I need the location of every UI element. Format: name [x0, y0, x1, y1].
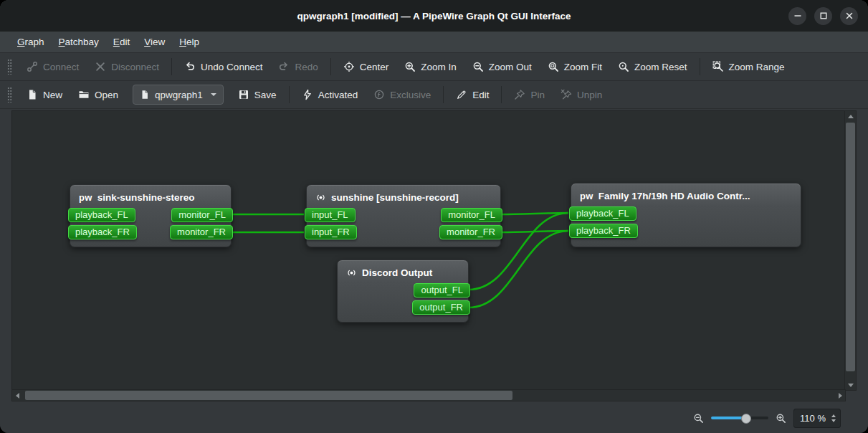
- node-sunshine[interactable]: sunshine [sunshine-record] input_FL inpu…: [306, 184, 501, 247]
- redo-button[interactable]: Redo: [271, 56, 325, 77]
- port-monitor-fr[interactable]: monitor_FR: [170, 225, 233, 239]
- center-icon: [343, 61, 355, 72]
- scroll-up-button[interactable]: [845, 111, 856, 121]
- vertical-scroll-track[interactable]: [845, 121, 856, 380]
- zoom-slider[interactable]: [711, 412, 768, 424]
- pipewire-icon: pw: [580, 190, 593, 202]
- toolbar-separator: [443, 86, 444, 103]
- toolbar-separator: [700, 58, 700, 75]
- connection-sunshine-monitor-fr-to-family-playback-fr[interactable]: [501, 231, 568, 232]
- node-discord-output[interactable]: Discord Output output_FL output_FR: [337, 260, 469, 323]
- menu-edit[interactable]: Edit: [106, 34, 137, 50]
- port-playback-fl[interactable]: playback_FL: [68, 208, 135, 222]
- port-input-fr[interactable]: input_FR: [305, 225, 357, 239]
- zoom-slider-handle[interactable]: [741, 414, 751, 424]
- zoom-in-icon[interactable]: [776, 413, 786, 424]
- zoom-in-button[interactable]: Zoom In: [397, 56, 464, 77]
- zoom-reset-label: Zoom Reset: [634, 62, 687, 72]
- connect-button[interactable]: Connect: [19, 56, 86, 77]
- save-icon: [238, 89, 249, 100]
- pin-button[interactable]: Pin: [507, 84, 552, 105]
- spin-down-button[interactable]: [831, 419, 836, 422]
- toolbar-separator: [501, 86, 502, 103]
- port-output-fl[interactable]: output_FL: [414, 283, 470, 298]
- disconnect-button[interactable]: Disconnect: [87, 56, 166, 77]
- zoom-fit-label: Zoom Fit: [564, 62, 602, 72]
- arrow-right-icon: [839, 393, 842, 399]
- edit-pencil-icon: [456, 89, 467, 100]
- toolbar-separator: [330, 58, 331, 75]
- menu-view[interactable]: View: [137, 34, 172, 50]
- ports-row: output_FL output_FR: [338, 282, 468, 315]
- toolbar-separator: [289, 86, 290, 103]
- maximize-button[interactable]: [814, 7, 832, 25]
- port-monitor-fr[interactable]: monitor_FR: [439, 225, 502, 239]
- undo-icon: [184, 61, 196, 72]
- port-monitor-fl[interactable]: monitor_FL: [171, 208, 233, 222]
- ports-row: input_FL input_FR monitor_FL monitor_FR: [307, 206, 500, 239]
- horizontal-scrollbar[interactable]: [11, 389, 846, 401]
- menu-help[interactable]: Help: [172, 34, 206, 50]
- new-document-icon: [27, 89, 38, 100]
- zoom-spinbox[interactable]: 110 %: [793, 409, 841, 428]
- zoom-reset-icon: [618, 61, 629, 72]
- vertical-scrollbar[interactable]: [844, 110, 857, 391]
- port-playback-fr[interactable]: playback_FR: [68, 225, 137, 239]
- zoom-out-button[interactable]: Zoom Out: [465, 56, 539, 77]
- close-icon: [844, 10, 855, 22]
- menu-graph[interactable]: Graph: [10, 34, 52, 50]
- zoom-slider-track[interactable]: [711, 417, 768, 419]
- save-button[interactable]: Save: [231, 84, 284, 105]
- redo-icon: [278, 61, 290, 72]
- toolbar-drag-handle[interactable]: [7, 59, 12, 75]
- scroll-left-button[interactable]: [12, 390, 22, 401]
- scroll-down-button[interactable]: [845, 380, 856, 390]
- patchbay-selector[interactable]: qpwgraph1: [133, 85, 224, 105]
- node-sink-sunshine-stereo[interactable]: pw sink-sunshine-stereo playback_FL play…: [70, 184, 232, 247]
- graph-canvas[interactable]: pw sink-sunshine-stereo playback_FL play…: [11, 110, 846, 391]
- edit-label: Edit: [472, 90, 489, 100]
- spin-arrows: [829, 414, 840, 422]
- zoom-reset-button[interactable]: Zoom Reset: [611, 56, 695, 77]
- scroll-right-button[interactable]: [835, 390, 845, 401]
- minimize-button[interactable]: [788, 7, 806, 25]
- port-output-fr[interactable]: output_FR: [412, 300, 470, 315]
- undo-connect-button[interactable]: Undo Connect: [177, 56, 270, 77]
- window-controls: [788, 0, 858, 32]
- new-button[interactable]: New: [19, 84, 70, 105]
- port-input-fl[interactable]: input_FL: [305, 208, 356, 222]
- activated-button[interactable]: Activated: [295, 84, 366, 105]
- zoom-fit-button[interactable]: Zoom Fit: [540, 56, 609, 77]
- chevron-down-icon: [211, 93, 216, 96]
- menu-patchbay[interactable]: Patchbay: [52, 34, 106, 50]
- activated-label: Activated: [318, 90, 358, 100]
- arrow-up-icon: [848, 115, 854, 118]
- open-button[interactable]: Open: [71, 84, 125, 105]
- zoom-range-button[interactable]: Zoom Range: [705, 56, 792, 77]
- unpin-button[interactable]: Unpin: [553, 84, 609, 105]
- horizontal-scroll-track[interactable]: [22, 390, 835, 401]
- disconnect-icon: [95, 61, 106, 72]
- edit-button[interactable]: Edit: [449, 84, 496, 105]
- arrow-down-icon: [848, 384, 854, 387]
- port-playback-fr[interactable]: playback_FR: [569, 224, 638, 238]
- node-title: sink-sunshine-stereo: [97, 191, 195, 204]
- port-playback-fl[interactable]: playback_FL: [569, 206, 636, 221]
- zoom-out-icon[interactable]: [693, 413, 704, 424]
- horizontal-scroll-handle[interactable]: [25, 391, 512, 400]
- connect-icon: [27, 61, 38, 72]
- port-monitor-fl[interactable]: monitor_FL: [441, 208, 502, 222]
- patchbay-toolbar: New Open qpwgraph1 Save: [0, 81, 868, 109]
- close-button[interactable]: [840, 7, 858, 25]
- exclusive-button[interactable]: Exclusive: [366, 84, 438, 105]
- center-button[interactable]: Center: [336, 56, 396, 77]
- open-label: Open: [95, 90, 118, 100]
- node-family-hd-audio[interactable]: pw Family 17h/19h HD Audio Contr... play…: [571, 183, 801, 247]
- zoom-out-icon: [472, 61, 484, 72]
- spin-up-button[interactable]: [831, 414, 836, 417]
- connection-sunshine-monitor-fl-to-family-playback-fl[interactable]: [501, 213, 568, 214]
- toolbar-drag-handle[interactable]: [7, 87, 12, 103]
- vertical-scroll-handle[interactable]: [846, 123, 855, 371]
- exclusive-label: Exclusive: [390, 90, 431, 100]
- zoom-value[interactable]: 110 %: [794, 413, 829, 424]
